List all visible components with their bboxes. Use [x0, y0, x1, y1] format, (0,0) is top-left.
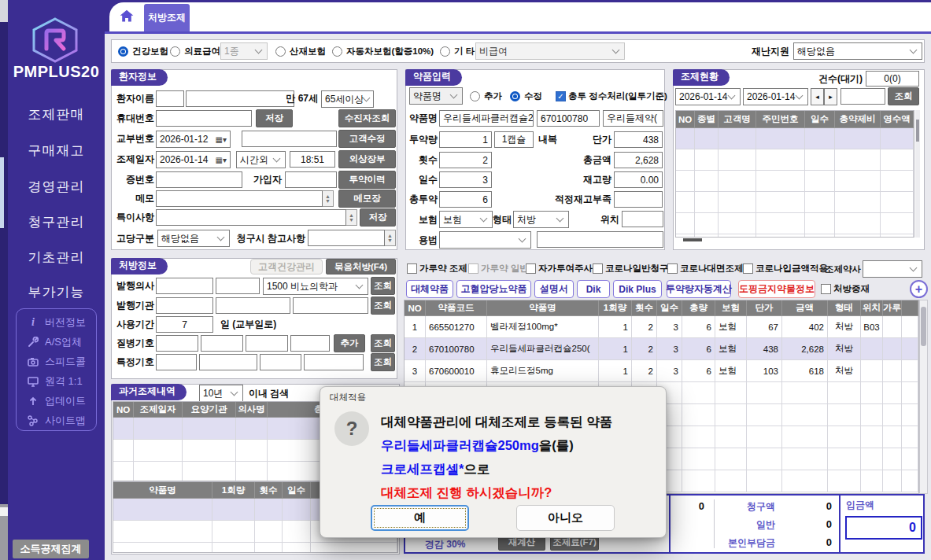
org-input-1[interactable] — [156, 297, 213, 314]
status-search-button[interactable]: 조회 — [888, 87, 919, 105]
beneficiary-lookup-button[interactable]: 수진자조회 — [338, 109, 396, 127]
history-years-select[interactable]: 10년 — [199, 385, 243, 402]
phone-input[interactable] — [156, 110, 252, 127]
column-header[interactable]: 요양기관 — [183, 402, 236, 418]
stock-input[interactable]: 0.00 — [614, 171, 663, 188]
column-header[interactable] — [902, 300, 918, 316]
dik-button[interactable]: Dik — [577, 280, 610, 298]
table-row[interactable]: 3670600010휴모리드정5mg1236보험103618처방 — [405, 360, 918, 382]
price-input[interactable]: 438 — [614, 131, 663, 148]
claim-note-input[interactable] — [308, 230, 385, 246]
dik-plus-button[interactable]: Dik Plus — [613, 280, 662, 298]
column-header[interactable]: 1회량 — [599, 300, 632, 316]
column-header[interactable]: 형태 — [828, 300, 861, 316]
sidebar-item-basic[interactable]: 기초관리 — [8, 249, 105, 267]
sidebar-tool-update[interactable]: 업데이트 — [28, 394, 86, 408]
yes-button[interactable]: 예 — [371, 505, 469, 531]
disease-input-2[interactable] — [201, 335, 243, 352]
patient-name-input-2[interactable] — [186, 90, 294, 107]
sidebar-item-dispense-sale[interactable]: 조제판매 — [8, 105, 105, 123]
sidebar-tool-sitemap[interactable]: 사이트맵 — [28, 414, 86, 428]
time-input[interactable]: 18:51 — [290, 151, 335, 168]
column-header[interactable]: 약품명 — [113, 482, 212, 499]
status-date-to[interactable]: 2026-01-14 — [743, 88, 808, 105]
table-row[interactable] — [676, 128, 914, 149]
table-row[interactable] — [676, 192, 914, 213]
cert-no-input[interactable] — [156, 171, 242, 188]
org-input-2[interactable] — [216, 297, 290, 314]
sidebar-item-billing[interactable]: 청구관리 — [8, 213, 105, 231]
sidebar-tool-speedcall[interactable]: 스피드콜 — [28, 355, 86, 369]
doctor-input-2[interactable] — [216, 278, 260, 294]
scrollbar-thumb[interactable] — [921, 307, 926, 346]
usage-select[interactable] — [439, 231, 531, 249]
scrollbar-thumb[interactable] — [916, 120, 919, 142]
home-icon[interactable] — [120, 9, 134, 23]
total-dose-input[interactable]: 6 — [439, 191, 492, 208]
sidebar-item-purchase-stock[interactable]: 구매재고 — [8, 142, 105, 160]
intervention-checkbox[interactable]: 처방중재 — [821, 283, 870, 295]
days-input[interactable]: 3 — [439, 171, 492, 188]
dispense-date-combo[interactable]: 2026-01-14▦▾ — [156, 151, 231, 168]
income-deduction-button[interactable]: 소득공제집계 — [13, 540, 89, 558]
column-header[interactable]: 단가 — [747, 300, 782, 316]
column-header[interactable]: 종별 — [695, 111, 719, 128]
medication-history-button[interactable]: 투약이력 — [338, 171, 396, 189]
memo-pad-button[interactable]: 메모장 — [338, 190, 396, 208]
column-header[interactable]: 일수 — [657, 300, 682, 316]
sidebar-tool-remote[interactable]: 원격 1:1 — [28, 374, 83, 389]
special-input-2[interactable] — [199, 354, 257, 370]
etc-select[interactable]: 비급여 — [475, 42, 625, 60]
customer-health-button[interactable]: 고객건강관리 — [250, 259, 323, 274]
doctor-input-1[interactable] — [156, 278, 213, 294]
disaster-select[interactable]: 해당없음 — [793, 42, 922, 60]
table-row[interactable]: 1665501270벨라제정100mg*1236보험67402처방B03 — [405, 316, 918, 338]
note-save-button[interactable]: 저장 — [360, 208, 396, 227]
credit-ledger-button[interactable]: 외상장부 — [338, 150, 396, 168]
patient-name-input-1[interactable] — [156, 90, 184, 107]
self-injection-checkbox[interactable]: 자가투여주사 — [526, 263, 593, 274]
radio-medical-aid[interactable]: 의료급여 — [170, 46, 220, 57]
drug-name-input[interactable]: 우리들세파클러캡슐25 — [439, 110, 534, 127]
special-search-button[interactable]: 조회 — [371, 353, 395, 371]
disease-search-button[interactable]: 조회 — [371, 334, 395, 352]
column-header[interactable]: 영수액 — [881, 111, 914, 128]
radio-etc[interactable]: 기 타 — [440, 46, 475, 57]
usage-input[interactable] — [537, 231, 663, 248]
table-row[interactable] — [676, 234, 914, 238]
column-header[interactable]: 가루 — [883, 300, 902, 316]
radio-add[interactable]: 추가 — [470, 90, 502, 102]
sidebar-item-extra[interactable]: 부가기능 — [8, 283, 105, 301]
memo-spinner[interactable]: ▲▼ — [323, 190, 334, 207]
disease-input-4[interactable] — [290, 335, 330, 352]
column-header[interactable]: 보험 — [715, 300, 747, 316]
tab-prescription[interactable]: 처방조제 — [144, 4, 190, 31]
grade-select[interactable]: 1종 — [220, 42, 268, 60]
age-group-select[interactable]: 65세이상 — [321, 90, 374, 108]
add-row-button[interactable]: + — [910, 280, 928, 298]
special-input-3[interactable] — [260, 354, 301, 370]
column-header[interactable]: 의사명 — [236, 402, 268, 418]
org-input-3[interactable] — [293, 297, 368, 314]
radio-health-insurance[interactable]: 건강보험 — [118, 46, 168, 57]
status-date-from[interactable]: 2026-01-14 — [675, 88, 741, 105]
diabetes-select[interactable]: 해당없음 — [157, 230, 230, 247]
status-vscrollbar[interactable] — [915, 110, 920, 238]
org-search-button[interactable]: 조회 — [371, 297, 395, 315]
powder-normal-checkbox[interactable]: 가루약 일반 — [468, 263, 529, 274]
column-header[interactable]: 금액 — [782, 300, 828, 316]
disease-input-3[interactable] — [246, 335, 288, 352]
period-input[interactable]: 7 — [156, 316, 213, 333]
column-header[interactable]: 총약제비 — [835, 111, 881, 128]
insurance-select[interactable]: 보험 — [439, 211, 493, 228]
issue-date-combo[interactable]: 2026-01-12▦▾ — [156, 131, 231, 148]
claim-note-spinner[interactable]: ▲▼ — [385, 230, 396, 246]
status-hscrollbar-thumb[interactable] — [683, 238, 702, 241]
drug-code-input[interactable]: 670100780 — [537, 110, 600, 127]
unit-input[interactable]: 1캡슐 — [494, 131, 534, 148]
drug-search-type-select[interactable]: 약품명 — [409, 87, 463, 105]
drug-table-vscrollbar[interactable] — [919, 300, 928, 494]
drug-maker-input[interactable]: 우리들제약( — [603, 110, 663, 127]
table-row[interactable]: 2670100780우리들세파클러캡슐250(1236보험4382,628처방 — [405, 338, 918, 360]
column-header[interactable]: 고객명 — [719, 111, 756, 128]
